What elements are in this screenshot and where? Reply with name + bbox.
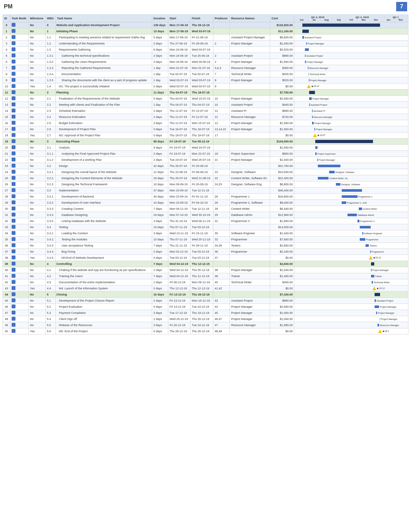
cell-name: Meeting with clients and Finalization of… — [55, 102, 152, 108]
cell-wbs: 2.7 — [45, 132, 55, 139]
cell-mode — [10, 267, 28, 273]
cell-resource: Project Manager — [230, 59, 270, 65]
cell-name: Design — [55, 163, 152, 169]
cell-resource: Programmer 2, Software — [230, 200, 270, 206]
cell-gantt: Database Admin — [294, 212, 408, 218]
cell-milestone: No — [28, 120, 45, 126]
cell-resource — [230, 139, 270, 145]
cell-duration: 0 days — [152, 132, 168, 139]
table-row: 49 No 5.5 Release of the Resources 3 day… — [3, 322, 408, 328]
cell-mode — [10, 322, 28, 328]
cell-cost: $10,560.00 — [270, 169, 294, 175]
cell-name: Initiating Phase — [55, 28, 152, 34]
cell-duration: 3 days — [152, 126, 168, 132]
cell-id: 13 — [3, 102, 10, 108]
cell-wbs: 2.4 — [45, 114, 55, 120]
cell-cost: $16,800.00 — [270, 194, 294, 200]
cell-duration: 0 days — [152, 285, 168, 292]
cell-name: Loading the Content — [55, 230, 152, 237]
cell-resource — [230, 47, 270, 53]
cell-finish: Fri 20-09-19 — [191, 181, 213, 188]
cell-start: Mon 07-10-19 — [168, 212, 191, 218]
cell-cost: $8,800.00 — [270, 181, 294, 188]
table-row: 7 No 1.3.3 Reporting the Gathered Requir… — [3, 65, 408, 71]
cell-pred: 46,47 — [213, 316, 230, 322]
cell-cost: $2,160.00 — [270, 249, 294, 255]
table-row: 15 No 2.4 Resource Estimation 2 days Thu… — [3, 114, 408, 120]
cell-id: 9 — [3, 77, 10, 83]
cell-pred — [213, 145, 230, 151]
cell-finish: Fri 01-11-19 — [191, 194, 213, 200]
cell-resource: Programmer — [230, 237, 270, 243]
cell-duration: 2 days — [152, 267, 168, 273]
cell-mode — [10, 126, 28, 132]
cell-duration: 10 days — [152, 181, 168, 188]
cell-gantt: Technical Writer — [294, 71, 408, 77]
cell-name: Project Evaluation — [55, 304, 152, 310]
cell-id: 22 — [3, 157, 10, 163]
cell-id: 19 — [3, 139, 10, 145]
cell-resource: Project Manager — [230, 267, 270, 273]
cell-gantt — [294, 90, 408, 96]
cell-milestone: Yes — [28, 328, 45, 334]
cell-id: 36 — [3, 243, 10, 249]
cell-duration: 1 day — [152, 71, 168, 77]
cell-resource: Assistant Project Manager — [230, 34, 270, 41]
cell-duration: 4 days — [152, 145, 168, 151]
cell-milestone: No — [28, 169, 45, 175]
cell-pred: 37 — [213, 255, 230, 261]
cell-start: Fri 19-07-19 — [168, 145, 191, 151]
cell-resource: Project Manager — [230, 77, 270, 83]
cell-pred: 43 — [213, 304, 230, 310]
cell-start: Thu 21-11-19 — [168, 243, 191, 249]
cell-cost: $1,440.00 — [270, 230, 294, 237]
cell-id: 26 — [3, 181, 10, 188]
cell-gantt: Project Manager — [294, 120, 408, 126]
cell-gantt: Programmer — [294, 249, 408, 255]
cell-name: M2: Approval of the Project Plan — [55, 132, 152, 139]
cell-name: Chaking if the website and App are funct… — [55, 267, 152, 273]
cell-name: Release of the Resources — [55, 322, 152, 328]
cell-name: Development of the Project Closure Repor… — [55, 298, 152, 304]
cell-mode — [10, 65, 28, 71]
cell-duration: 5 days — [152, 34, 168, 41]
cell-milestone: No — [28, 163, 45, 169]
cell-wbs: 3.3.1 — [45, 194, 55, 200]
cell-cost: $1,500.00 — [270, 310, 294, 316]
cell-gantt — [294, 224, 408, 230]
table-row: 1 No 1 Initiating Phase 13 days Mon 17-0… — [3, 28, 408, 34]
cell-id: 39 — [3, 261, 10, 267]
cell-finish: Fri 12-07-19 — [191, 114, 213, 120]
table-row: 44 No 5 Closing 10 days Fri 13-12-19 Thu… — [3, 292, 408, 298]
cell-finish: Fri 15-11-19 — [191, 230, 213, 237]
cell-name: M5: End of the Project — [55, 328, 152, 334]
cell-duration: 5 days — [152, 96, 168, 102]
table-row: 10 Yes 1.4 M1: The project is successful… — [3, 83, 408, 90]
table-row: 42 No 4.3 Documentation of the entire Im… — [3, 279, 408, 285]
cell-milestone: No — [28, 316, 45, 322]
cell-start: Mon 04-11-19 — [168, 206, 191, 212]
col-header-cost: Cost — [270, 15, 294, 22]
cell-resource: Programmer 1 — [230, 194, 270, 200]
cell-resource — [230, 255, 270, 261]
cell-mode — [10, 200, 28, 206]
cell-id: 49 — [3, 322, 10, 328]
cell-gantt: Assistant Project — [294, 102, 408, 108]
cell-finish: Mon 22-07-19 — [191, 151, 213, 157]
cell-resource: Project Manager — [230, 304, 270, 310]
cell-milestone: No — [28, 34, 45, 41]
table-row: 28 No 3.3.1 Development of Backend 30 da… — [3, 194, 408, 200]
cell-resource: Assistant Project — [230, 298, 270, 304]
cell-finish: Tue 03-12-19 — [191, 249, 213, 255]
cell-finish: Tue 09-12-19 — [191, 139, 213, 145]
cell-name: Gathering the Users Requirements — [55, 59, 152, 65]
cell-finish: Fri 12-07-19 — [191, 108, 213, 114]
cell-pred: 9 — [213, 83, 230, 90]
cell-name: Website and Application Development Proj… — [55, 22, 152, 28]
cell-resource — [230, 90, 270, 96]
cell-milestone: Yes — [28, 255, 45, 261]
cell-start: Thu 11-07-19 — [168, 114, 191, 120]
table-row: 37 No 3.4.4 Bug Fixing 2 days Mon 02-12-… — [3, 249, 408, 255]
cell-resource: Software Engineer — [230, 230, 270, 237]
cell-mode — [10, 139, 28, 145]
